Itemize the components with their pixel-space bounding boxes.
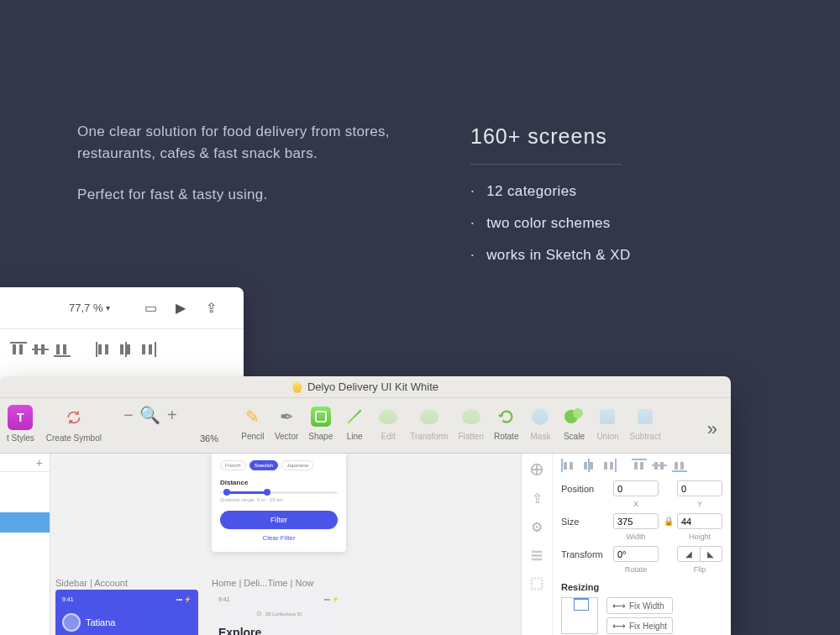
section-label: Distance (220, 479, 338, 486)
rotate-tool[interactable]: Rotate (494, 405, 518, 441)
flip-control[interactable]: ◢◣ (677, 546, 722, 562)
align-toolbar (0, 329, 244, 370)
tool-label: Subtract (629, 432, 660, 441)
tool-label: t Styles (7, 433, 34, 443)
play-icon[interactable]: ▶ (171, 298, 191, 318)
artboard-label[interactable]: Sidebar | Account (55, 578, 128, 588)
align-left-icon[interactable] (561, 459, 576, 472)
zoom-value[interactable]: 77,7 % (69, 302, 102, 314)
tool-label: Create Symbol (46, 433, 102, 443)
chip[interactable]: French (220, 460, 246, 470)
filter-button[interactable]: Filter (220, 511, 338, 529)
transform-icon (417, 405, 441, 428)
chip[interactable]: Japanese (281, 460, 313, 470)
flatten-tool[interactable]: Flatten (458, 405, 484, 441)
distance-slider[interactable] (220, 491, 338, 494)
align-top-icon[interactable] (10, 342, 27, 357)
statusbar-time: 9:41 (62, 596, 74, 603)
resize-constraints-control[interactable] (561, 597, 598, 634)
subtract-tool[interactable]: Subtract (629, 405, 660, 441)
shape-tool[interactable]: Shape (308, 405, 333, 441)
chevron-down-icon[interactable]: ▾ (106, 303, 110, 312)
svg-rect-1 (532, 551, 543, 554)
explore-heading: Explore (218, 626, 339, 635)
mask-icon (528, 405, 552, 428)
width-label: Width (613, 533, 659, 541)
fix-width-button[interactable]: Fix Width (606, 597, 673, 614)
user-name: Tatiana (86, 617, 115, 627)
inspector-align-row (561, 459, 722, 472)
create-symbol-tool[interactable]: Create Symbol (46, 405, 102, 443)
artboard-filter[interactable]: French Swedish Japanese Distance Distanc… (212, 454, 346, 552)
avatar (62, 613, 81, 632)
page-row[interactable] (0, 472, 50, 492)
chip-selected[interactable]: Swedish (249, 460, 279, 470)
edit-tool[interactable]: Edit (376, 405, 400, 441)
align-center-icon[interactable] (118, 342, 134, 357)
flatten-icon (459, 405, 483, 428)
layout-icon[interactable] (528, 546, 546, 564)
inspector-tab-icon[interactable] (528, 460, 546, 479)
width-input[interactable] (613, 513, 659, 529)
height-label: Height (677, 533, 722, 541)
align-middle-icon[interactable] (32, 342, 49, 357)
y-label: Y (677, 500, 722, 508)
zoom-out-button[interactable]: − (118, 405, 139, 425)
pencil-tool[interactable]: ✎Pencil (241, 405, 265, 441)
mask-tool[interactable]: Mask (528, 405, 552, 441)
sketch-logo-icon (292, 381, 302, 393)
tool-label: Shape (308, 432, 333, 441)
clear-filter-link[interactable]: Clear Filter (220, 534, 338, 542)
feature-item: 12 categories (470, 183, 631, 200)
flip-horizontal-icon[interactable]: ◢ (678, 547, 701, 561)
resize-icon[interactable] (528, 575, 546, 593)
artboard-label[interactable]: Home | Deli...Time | Now (212, 578, 313, 588)
align-bottom-icon[interactable] (54, 342, 71, 357)
union-tool[interactable]: Union (596, 405, 619, 441)
zoom-value[interactable]: 36% (194, 433, 224, 443)
slider-range-label: Distance range: 0 m - 15 km (220, 497, 338, 502)
vector-tool[interactable]: ✒Vector (275, 405, 298, 441)
lock-icon[interactable]: 🔒 (664, 517, 672, 526)
position-x-input[interactable] (613, 480, 659, 496)
align-right-icon[interactable] (139, 342, 156, 357)
export-icon[interactable]: ⇪ (528, 489, 546, 507)
transform-tool[interactable]: Transform (410, 405, 448, 441)
zoom-icon[interactable]: 🔍 (140, 405, 160, 425)
fix-height-button[interactable]: Fix Height (606, 617, 673, 634)
align-left-icon[interactable] (96, 342, 113, 357)
gear-icon[interactable]: ⚙ (528, 517, 546, 536)
zoom-in-button[interactable]: + (162, 405, 182, 425)
add-page-button[interactable]: + (0, 454, 50, 472)
hero-description-2: Perfect for fast & tasty using. (77, 184, 413, 206)
artboard-sidebar-account[interactable]: 9:41••• ⚡ Tatiana Explo (55, 590, 198, 635)
align-bottom-icon[interactable] (672, 459, 687, 472)
canvas[interactable]: French Swedish Japanese Distance Distanc… (50, 454, 521, 635)
height-input[interactable] (677, 513, 722, 529)
align-middle-icon[interactable] (652, 459, 667, 472)
position-label: Position (561, 484, 608, 494)
position-y-input[interactable] (677, 480, 722, 496)
page-row[interactable] (0, 492, 50, 512)
window-titlebar[interactable]: Delyo Delivery UI Kit White (0, 376, 731, 398)
align-right-icon[interactable] (601, 459, 617, 472)
align-center-icon[interactable] (581, 459, 596, 472)
shape-icon (309, 405, 333, 428)
line-tool[interactable]: Line (343, 405, 366, 441)
divider (470, 164, 622, 165)
tool-label: Line (347, 432, 363, 441)
device-preview-icon[interactable]: ▭ (140, 298, 160, 318)
features-heading: 160+ screens (470, 124, 631, 149)
text-styles-tool[interactable]: T t Styles (7, 405, 34, 443)
share-icon[interactable]: ⇪ (201, 298, 221, 318)
rotate-input[interactable] (613, 546, 659, 562)
tool-label: Edit (381, 432, 396, 441)
resizing-label: Resizing (561, 582, 722, 592)
tool-label: Mask (531, 432, 551, 441)
flip-vertical-icon[interactable]: ◣ (701, 547, 722, 561)
align-top-icon[interactable] (632, 459, 647, 472)
artboard-explore[interactable]: 9:41••• ⚡ 28 Lorikotosa St Explore (212, 590, 346, 635)
scale-tool[interactable]: Scale (562, 405, 585, 441)
page-row-selected[interactable] (0, 512, 50, 533)
more-icon[interactable]: » (707, 418, 717, 440)
